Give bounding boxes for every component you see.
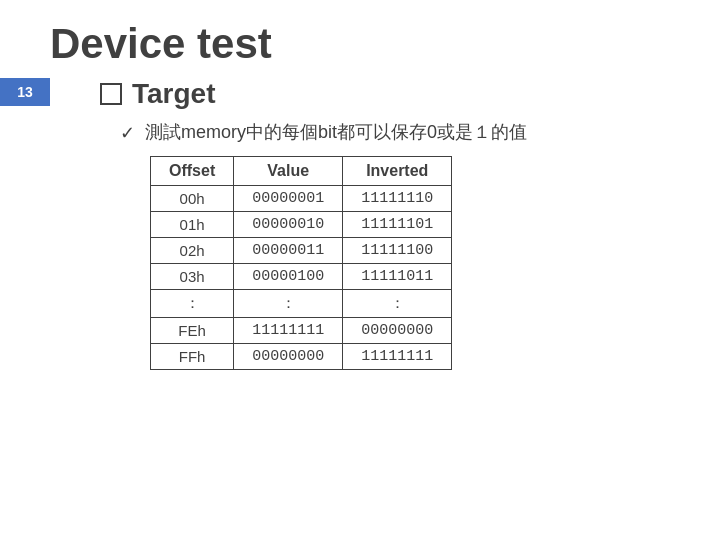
table-cell: FEh [151,318,234,344]
checkmark-row: ✓ 測試memory中的每個bit都可以保存0或是１的值 [120,120,680,144]
table-cell: 02h [151,238,234,264]
table-cell: 00000000 [343,318,452,344]
col-header-inverted: Inverted [343,157,452,186]
col-header-value: Value [234,157,343,186]
table-cell: 03h [151,264,234,290]
target-label: Target [132,78,216,110]
table-cell: 11111110 [343,186,452,212]
table-cell: 00000010 [234,212,343,238]
table-body: 00h000000011111111001h000000101111110102… [151,186,452,370]
table-cell: FFh [151,344,234,370]
content-area: Target ✓ 測試memory中的每個bit都可以保存0或是１的值 Offs… [90,78,680,370]
table-cell: 11111101 [343,212,452,238]
target-row: Target [100,78,680,110]
table-cell: 00000000 [234,344,343,370]
table-cell: 11111111 [343,344,452,370]
table-row: 02h0000001111111100 [151,238,452,264]
table-cell: 11111100 [343,238,452,264]
table-cell: 00000001 [234,186,343,212]
table-cell: ： [343,290,452,318]
slide-number-bar: 13 [0,78,50,106]
table-row: FFh0000000011111111 [151,344,452,370]
table-cell: 00000100 [234,264,343,290]
table-cell: 11111111 [234,318,343,344]
table-row: FEh1111111100000000 [151,318,452,344]
table-cell: 01h [151,212,234,238]
data-table: Offset Value Inverted 00h000000011111111… [150,156,452,370]
table-cell: 11111011 [343,264,452,290]
checkmark-icon: ✓ [120,122,135,144]
table-row: 03h0000010011111011 [151,264,452,290]
col-header-offset: Offset [151,157,234,186]
table-row: ：：： [151,290,452,318]
slide-number: 13 [17,84,33,100]
table-header-row: Offset Value Inverted [151,157,452,186]
table-row: 01h0000001011111101 [151,212,452,238]
table-row: 00h0000000111111110 [151,186,452,212]
checkbox-icon [100,83,122,105]
table-cell: 00h [151,186,234,212]
table-cell: 00000011 [234,238,343,264]
table-container: Offset Value Inverted 00h000000011111111… [150,156,680,370]
page-title: Device test [40,20,680,68]
subtitle-text: 測試memory中的每個bit都可以保存0或是１的值 [145,120,527,144]
table-cell: ： [234,290,343,318]
table-cell: ： [151,290,234,318]
slide: Device test 13 Target ✓ 測試memory中的每個bit都… [0,0,720,540]
